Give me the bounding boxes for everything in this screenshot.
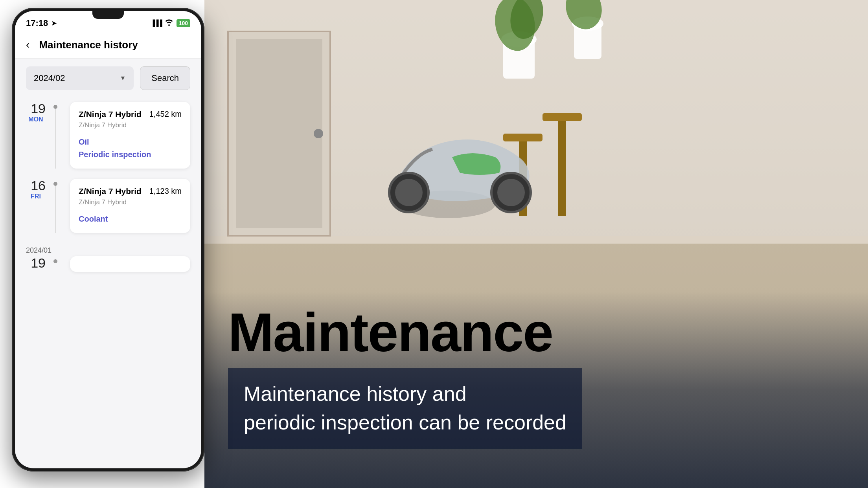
timeline-dot-2 [53,182,57,186]
service-oil: Oil [79,136,182,148]
card-model-2: Z/Ninja 7 Hybrid [79,187,142,196]
day-name-2: FRI [26,193,46,200]
maintenance-card-2[interactable]: Z/Ninja 7 Hybrid 1,123 km Z/Ninja 7 Hybr… [70,179,190,233]
svg-point-18 [395,179,423,206]
filter-bar: 2024/02 ▼ Search [15,59,201,98]
card-model-sub-2: Z/Ninja 7 Hybrid [79,198,182,206]
signal-icon: ▐▐▐ [151,20,162,27]
svg-rect-6 [503,134,542,141]
svg-point-4 [314,129,323,138]
status-time: 17:18 [26,18,48,28]
date-dropdown[interactable]: 2024/02 ▼ [26,66,134,90]
card-services-2: Coolant [79,213,182,225]
wifi-icon [165,19,173,28]
service-inspection: Periodic inspection [79,148,182,161]
service-coolant: Coolant [79,213,182,225]
maintenance-card-1[interactable]: Z/Ninja 7 Hybrid 1,452 km Z/Ninja 7 Hybr… [70,102,190,169]
maintenance-card-3[interactable] [70,256,190,272]
status-icons: ▐▐▐ 100 [151,19,190,28]
card-header-2: Z/Ninja 7 Hybrid 1,123 km [79,187,182,196]
card-services-1: Oil Periodic inspection [79,136,182,161]
card-header-1: Z/Ninja 7 Hybrid 1,452 km [79,110,182,119]
timeline-entry-3: 19 [15,256,201,276]
battery-badge: 100 [177,19,190,27]
date-value: 2024/02 [34,73,65,83]
svg-rect-8 [542,113,582,121]
timeline-line-3 [53,256,57,272]
card-col-2: Z/Ninja 7 Hybrid 1,123 km Z/Ninja 7 Hybr… [57,179,190,233]
timeline-entry-2: 16 FRI Z/Ninja 7 Hybrid 1,123 km [15,179,201,237]
svg-rect-7 [558,118,566,216]
phone-notch [92,11,124,19]
header-title: Maintenance history [39,39,138,51]
back-button[interactable]: ‹ [26,39,29,51]
card-model-sub-1: Z/Ninja 7 Hybrid [79,121,182,129]
dropdown-arrow-icon: ▼ [120,75,126,82]
phone-screen: 17:18 ➤ ▐▐▐ 100 ‹ Maintenance history [15,11,201,468]
card-km-2: 1,123 km [149,187,182,196]
day-name-1: MON [26,116,46,123]
year-label: 2024/01 [15,243,201,256]
card-km-1: 1,452 km [149,110,182,119]
date-col-3: 19 [26,256,53,272]
phone-device: 17:18 ➤ ▐▐▐ 100 ‹ Maintenance history [12,8,216,479]
card-col-3 [57,256,190,272]
card-col-1: Z/Ninja 7 Hybrid 1,452 km Z/Ninja 7 Hybr… [57,102,190,169]
maintenance-title: Maintenance [228,305,841,360]
day-number-3: 19 [26,256,46,270]
date-col-1: 19 MON [26,102,53,169]
day-number-2: 16 [26,179,46,192]
phone-frame: 17:18 ➤ ▐▐▐ 100 ‹ Maintenance history [12,8,204,471]
timeline-line-2 [53,179,57,233]
timeline-dot-3 [53,259,57,263]
navigation-icon: ➤ [51,19,57,28]
search-button[interactable]: Search [140,66,190,90]
maintenance-overlay: Maintenance Maintenance history andperio… [228,305,841,449]
timeline-line-1 [53,102,57,169]
date-col-2: 16 FRI [26,179,53,233]
svg-point-20 [497,179,525,206]
day-number-1: 19 [26,102,46,115]
svg-rect-3 [236,39,322,228]
timeline-dot-1 [53,105,57,109]
scroll-content[interactable]: 19 MON Z/Ninja 7 Hybrid 1,452 km [15,98,201,468]
card-model-1: Z/Ninja 7 Hybrid [79,110,142,119]
app-header: ‹ Maintenance history [15,32,201,59]
maintenance-subtitle: Maintenance history andperiodic inspecti… [228,368,582,449]
line-seg-1 [55,109,56,169]
line-seg-2 [55,186,56,233]
timeline-entry-1: 19 MON Z/Ninja 7 Hybrid 1,452 km [15,102,201,172]
